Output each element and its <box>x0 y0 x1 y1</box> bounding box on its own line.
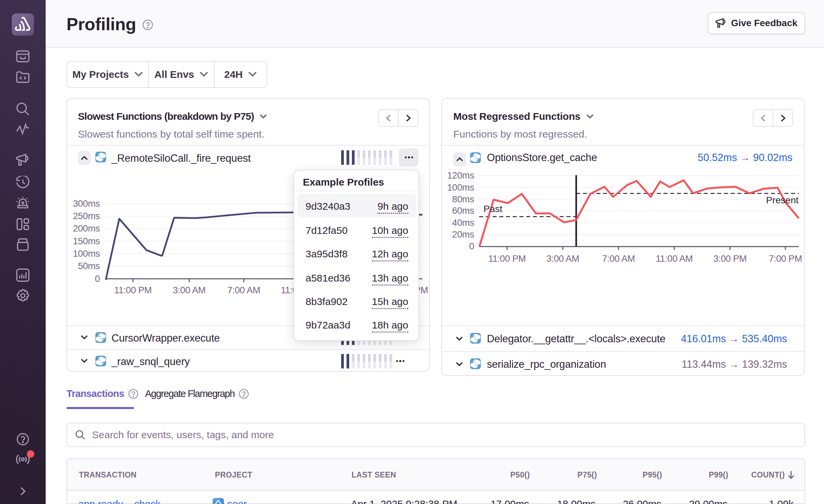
svg-text:Past: Past <box>484 204 502 214</box>
svg-text:Present: Present <box>766 195 799 205</box>
